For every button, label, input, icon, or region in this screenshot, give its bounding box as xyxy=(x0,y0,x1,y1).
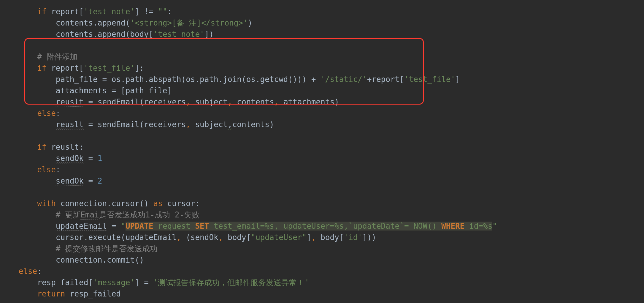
code-editor[interactable]: if report['test_note'] != "": contents.a… xyxy=(0,0,644,299)
code-line: if report['test_note'] != "": contents.a… xyxy=(0,7,497,298)
